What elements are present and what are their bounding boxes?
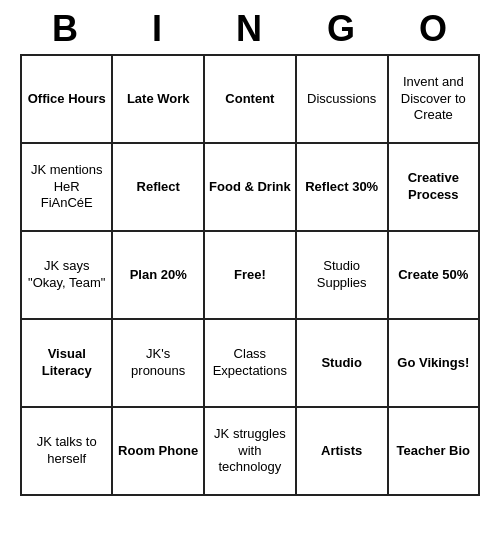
letter-i: I [112, 8, 204, 50]
bingo-title: B I N G O [20, 0, 480, 54]
cell-r2-c3: Studio Supplies [296, 231, 388, 319]
cell-r4-c1: Room Phone [112, 407, 203, 495]
cell-r3-c2: Class Expectations [204, 319, 296, 407]
cell-r4-c0: JK talks to herself [21, 407, 112, 495]
cell-r0-c0: Office Hours [21, 55, 112, 143]
cell-r1-c3: Reflect 30% [296, 143, 388, 231]
letter-g: G [296, 8, 388, 50]
cell-r1-c4: Creative Process [388, 143, 479, 231]
letter-n: N [204, 8, 296, 50]
cell-r3-c4: Go Vikings! [388, 319, 479, 407]
cell-r4-c3: Artists [296, 407, 388, 495]
bingo-grid: Office HoursLate WorkContentDiscussionsI… [20, 54, 480, 496]
cell-r2-c1: Plan 20% [112, 231, 203, 319]
letter-b: B [20, 8, 112, 50]
cell-r0-c2: Content [204, 55, 296, 143]
cell-r1-c2: Food & Drink [204, 143, 296, 231]
cell-r0-c1: Late Work [112, 55, 203, 143]
cell-r1-c1: Reflect [112, 143, 203, 231]
cell-r2-c2: Free! [204, 231, 296, 319]
cell-r4-c2: JK struggles with technology [204, 407, 296, 495]
cell-r2-c0: JK says "Okay, Team" [21, 231, 112, 319]
cell-r4-c4: Teacher Bio [388, 407, 479, 495]
cell-r2-c4: Create 50% [388, 231, 479, 319]
cell-r1-c0: JK mentions HeR FiAnCéE [21, 143, 112, 231]
cell-r0-c3: Discussions [296, 55, 388, 143]
cell-r3-c1: JK's pronouns [112, 319, 203, 407]
letter-o: O [388, 8, 480, 50]
cell-r3-c0: Visual Literacy [21, 319, 112, 407]
cell-r3-c3: Studio [296, 319, 388, 407]
cell-r0-c4: Invent and Discover to Create [388, 55, 479, 143]
